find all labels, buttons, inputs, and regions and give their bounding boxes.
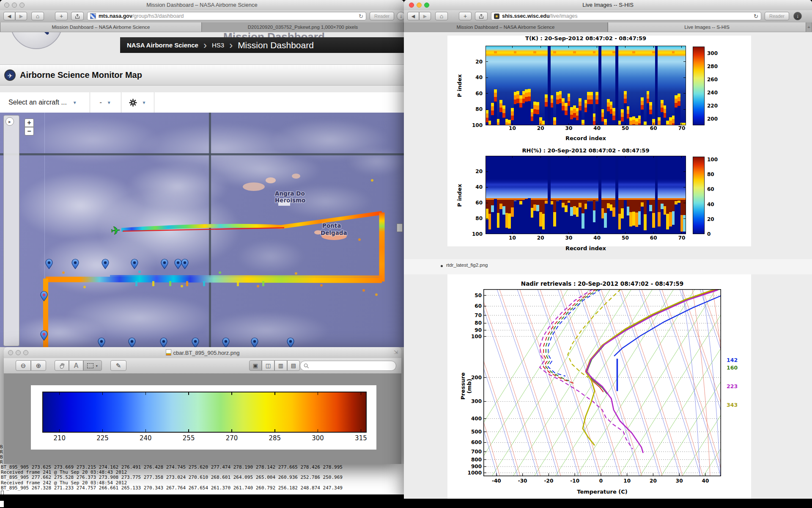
forward-button[interactable]: ▶ xyxy=(419,12,431,20)
panel-expand-button[interactable]: ▸ xyxy=(5,117,14,126)
home-icon: ⌂ xyxy=(36,13,39,19)
map-pin-marker[interactable] xyxy=(102,259,109,269)
map-pin-marker[interactable] xyxy=(98,338,105,347)
colorbar-tick xyxy=(361,392,362,395)
map-pin-marker[interactable] xyxy=(192,338,199,347)
left-title-bar[interactable]: Mission Dashboard – NASA Airborne Scienc… xyxy=(0,0,404,11)
map-pin-marker[interactable] xyxy=(129,338,135,347)
tab-mission-dashboard[interactable]: Mission Dashboard – NASA Airborne Scienc… xyxy=(0,22,202,32)
colorbar-tick xyxy=(102,429,103,433)
profile-dewpoint-retrieval-160 xyxy=(546,289,598,381)
map-zoom-out-button[interactable]: − xyxy=(25,127,34,135)
view-sidebar-button[interactable]: ◫ xyxy=(262,360,274,371)
right-nav-bar: ◀ ▶ ⌂ + shis.ssec.wisc.edu/live/images ↻… xyxy=(404,10,812,23)
plus-icon: + xyxy=(807,25,810,30)
terminal-cursor xyxy=(1,491,4,494)
view-sidebar-icon: ◫ xyxy=(266,362,271,369)
settings-menu[interactable]: ▼ xyxy=(121,92,154,113)
map-pin-marker[interactable] xyxy=(181,259,188,269)
view-image-button[interactable]: ▣ xyxy=(249,360,262,371)
preview-title-bar[interactable]: cbar.BT_895_905.horz.png ⇲ xyxy=(4,347,401,359)
back-button[interactable]: ◀ xyxy=(407,12,419,20)
island-terceira xyxy=(243,182,265,191)
colorbar-tick xyxy=(145,429,146,433)
home-button[interactable]: ⌂ xyxy=(435,12,448,20)
map-pin-marker[interactable] xyxy=(160,338,167,347)
tab-mission-dashboard[interactable]: Mission Dashboard – NASA Airborne Scienc… xyxy=(404,22,608,32)
flight-leg-top xyxy=(121,213,382,230)
map-pin-marker[interactable] xyxy=(175,259,181,269)
breadcrumb-mission[interactable]: HS3 xyxy=(212,41,224,49)
search-input[interactable] xyxy=(300,361,396,371)
text-select-button[interactable]: A xyxy=(69,360,83,371)
tab-live-images[interactable]: Live Images -- S-HIS xyxy=(608,22,806,32)
zoom-out-button[interactable]: ⊖ xyxy=(16,360,31,371)
skewt-plot xyxy=(483,289,721,476)
range-select[interactable]: - ▼ xyxy=(90,92,121,113)
new-tab-button[interactable]: + xyxy=(55,12,68,20)
rh-heatmap xyxy=(486,156,686,234)
address-bar[interactable]: mts.nasa.gov/group/hs3/dashboard ↻ xyxy=(87,12,366,20)
left-nav-bar: ◀ ▶ ⌂ + mts.nasa.gov/group/hs3/dashboard… xyxy=(0,10,404,23)
zoom-in-button[interactable]: ⊕ xyxy=(31,360,46,371)
home-button[interactable]: ⌂ xyxy=(31,12,44,20)
download-icon: ↓ xyxy=(796,13,799,19)
preview-toolbar: ⊖ ⊕ A ▼ ✎ ▣ ◫ ▥ ▤ xyxy=(4,358,401,374)
view-contactsheet-button[interactable]: ▤ xyxy=(287,360,300,371)
chevron-down-icon: ▼ xyxy=(95,364,98,367)
share-button[interactable] xyxy=(71,12,84,20)
image-filename-link[interactable]: rtdr_latest_fig2.png xyxy=(446,262,488,268)
aircraft-select[interactable]: Select an aircraft ... ▼ xyxy=(0,92,90,113)
annotate-button[interactable]: ✎ xyxy=(110,360,126,371)
colorbar-tick xyxy=(274,392,275,395)
map-pin-marker[interactable] xyxy=(287,338,294,347)
back-icon: ◀ xyxy=(8,14,11,19)
fullscreen-icon[interactable]: ⇲ xyxy=(394,349,398,355)
map-pin-marker[interactable] xyxy=(72,259,79,269)
map-pin-marker[interactable] xyxy=(222,338,229,347)
new-tab-button[interactable]: + xyxy=(459,12,472,20)
file-name: cbar.BT_895_905.horz.png xyxy=(173,350,240,356)
breadcrumb-brand[interactable]: NASA Airborne Science xyxy=(127,41,198,49)
forward-button[interactable]: ▶ xyxy=(15,12,27,20)
share-button[interactable] xyxy=(475,12,488,20)
flight-leg-bottom-parallel xyxy=(110,276,382,276)
reader-button[interactable]: Reader xyxy=(765,12,789,20)
address-bar[interactable]: shis.ssec.wisc.edu/live/images ↻ xyxy=(491,12,761,20)
map-control-clipped[interactable] xyxy=(397,224,403,232)
map-pin-marker[interactable] xyxy=(131,259,138,269)
view-twoup-button[interactable]: ▥ xyxy=(274,360,287,371)
map-label-angra-line1: Angra Do xyxy=(275,190,305,197)
terminal-line: Received frame 242 @ Thu Sep 20 03:48:54… xyxy=(1,480,404,486)
colorbar-tick xyxy=(231,392,232,395)
map-pin-marker[interactable] xyxy=(46,259,52,269)
range-label: - xyxy=(99,99,102,106)
select-tool-button[interactable]: ▼ xyxy=(83,360,102,371)
tab-label: Live Images -- S-HIS xyxy=(684,25,730,30)
window-title: Live Images -- S-HIS xyxy=(404,2,812,8)
move-tool-button[interactable] xyxy=(55,360,69,371)
search-icon xyxy=(304,363,309,369)
tab-pskewt-image[interactable]: D20120920_035752_Pskewt.png 1,000×700 pi… xyxy=(202,22,404,32)
reload-icon[interactable]: ↻ xyxy=(754,13,758,19)
bullet-icon xyxy=(441,265,443,267)
back-button[interactable]: ◀ xyxy=(3,12,15,20)
map-zoom-in-button[interactable]: + xyxy=(25,119,34,127)
map-pin-marker[interactable] xyxy=(161,259,168,269)
terminal-output[interactable]: BT_895_905 273.625 273.669 273.215 274.1… xyxy=(0,464,404,494)
clock-logo xyxy=(10,32,63,49)
tk-heatmap xyxy=(486,46,686,125)
colorbar-tick xyxy=(361,429,362,433)
right-title-bar[interactable]: Live Images -- S-HIS xyxy=(404,0,812,11)
zoom-in-icon: ⊕ xyxy=(36,362,41,369)
aircraft-icon[interactable]: ✈ xyxy=(110,224,121,237)
colorbar-tick xyxy=(188,392,189,395)
reader-button[interactable]: Reader xyxy=(370,12,394,20)
hurricane-monitor-map[interactable]: ✈ Angra Do Heroismo Ponta Delgada ▸ + − xyxy=(0,113,404,347)
new-tab-plus[interactable]: + xyxy=(806,22,812,32)
map-pin-marker[interactable] xyxy=(251,338,258,347)
reload-icon[interactable]: ↻ xyxy=(359,13,363,19)
live-images-page: rtdr_latest_fig2.png T(K) : 20-Sep-2012 … xyxy=(404,32,812,499)
colorbar-tick xyxy=(318,392,318,395)
downloads-button[interactable]: ↓ xyxy=(793,12,802,20)
